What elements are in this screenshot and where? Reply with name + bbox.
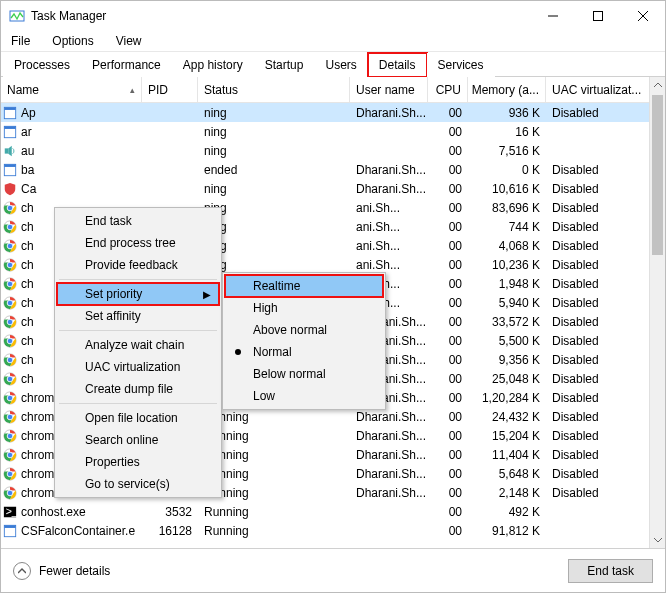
menu-options[interactable]: Options (48, 32, 97, 50)
priority-below-normal[interactable]: Below normal (225, 363, 383, 385)
process-memory: 5,500 K (468, 334, 546, 348)
svg-point-20 (7, 243, 13, 249)
process-name: ch (21, 201, 34, 215)
ctx-create-dump-file[interactable]: Create dump file (57, 378, 219, 400)
process-memory: 15,204 K (468, 429, 546, 443)
window-controls (530, 1, 665, 31)
table-row[interactable]: CSFalconContainer.e16128Running0091,812 … (1, 521, 649, 540)
ctx-uac-virtualization[interactable]: UAC virtualization (57, 356, 219, 378)
process-user: Dharani.Sh... (350, 448, 428, 462)
ctx-open-file-location[interactable]: Open file location (57, 407, 219, 429)
process-uac: Disabled (546, 201, 642, 215)
col-memory[interactable]: Memory (a... (468, 77, 546, 102)
ctx-set-affinity[interactable]: Set affinity (57, 305, 219, 327)
tab-services[interactable]: Services (427, 53, 495, 77)
svg-point-44 (7, 395, 13, 401)
svg-point-26 (7, 281, 13, 287)
col-cpu[interactable]: CPU (428, 77, 468, 102)
svg-text:>_: >_ (6, 505, 17, 517)
process-memory: 492 K (468, 505, 546, 519)
tab-app-history[interactable]: App history (172, 53, 254, 77)
process-cpu: 00 (428, 220, 468, 234)
scroll-thumb[interactable] (652, 95, 663, 255)
ctx-set-priority[interactable]: Set priority▶ (57, 283, 219, 305)
col-user[interactable]: User name (350, 77, 428, 102)
priority-normal[interactable]: Normal (225, 341, 383, 363)
submenu-arrow-icon: ▶ (203, 289, 211, 300)
process-cpu: 00 (428, 125, 468, 139)
process-icon (3, 410, 17, 424)
table-row[interactable]: arning0016 K (1, 122, 649, 141)
process-icon (3, 277, 17, 291)
tab-details[interactable]: Details (368, 53, 427, 77)
process-cpu: 00 (428, 334, 468, 348)
tab-performance[interactable]: Performance (81, 53, 172, 77)
ctx-analyze-wait-chain[interactable]: Analyze wait chain (57, 334, 219, 356)
process-memory: 9,356 K (468, 353, 546, 367)
menu-view[interactable]: View (112, 32, 146, 50)
table-row[interactable]: ApningDharani.Sh...00936 KDisabled (1, 103, 649, 122)
end-task-button[interactable]: End task (568, 559, 653, 583)
ctx-end-task[interactable]: End task (57, 210, 219, 232)
tab-processes[interactable]: Processes (3, 53, 81, 77)
fewer-details-toggle[interactable]: Fewer details (13, 562, 110, 580)
process-name: ch (21, 277, 34, 291)
process-status: Running (198, 524, 350, 538)
process-status: ended (198, 163, 350, 177)
table-row[interactable]: >_conhost.exe3532Running00492 K (1, 502, 649, 521)
svg-rect-8 (4, 126, 15, 129)
maximize-button[interactable] (575, 1, 620, 31)
tab-users[interactable]: Users (314, 53, 367, 77)
process-uac: Disabled (546, 467, 642, 481)
context-menu: End task End process tree Provide feedba… (54, 207, 222, 498)
ctx-provide-feedback[interactable]: Provide feedback (57, 254, 219, 276)
process-uac: Disabled (546, 429, 642, 443)
table-row[interactable]: CaningDharani.Sh...0010,616 KDisabled (1, 179, 649, 198)
process-cpu: 00 (428, 144, 468, 158)
process-memory: 10,236 K (468, 258, 546, 272)
process-name: conhost.exe (21, 505, 86, 519)
close-button[interactable] (620, 1, 665, 31)
col-name[interactable]: Name▴ (1, 77, 142, 102)
process-uac: Disabled (546, 163, 642, 177)
process-user: ani.Sh... (350, 220, 428, 234)
scroll-up-icon[interactable] (650, 77, 665, 93)
menu-file[interactable]: File (7, 32, 34, 50)
col-status[interactable]: Status (198, 77, 350, 102)
table-row[interactable]: baendedDharani.Sh...000 KDisabled (1, 160, 649, 179)
table-row[interactable]: auning007,516 K (1, 141, 649, 160)
svg-point-17 (7, 224, 13, 230)
process-status: ning (198, 182, 350, 196)
svg-rect-63 (4, 525, 15, 528)
priority-realtime[interactable]: Realtime (225, 275, 383, 297)
window-title: Task Manager (31, 9, 106, 23)
svg-point-50 (7, 433, 13, 439)
titlebar[interactable]: Task Manager (1, 1, 665, 31)
col-pid[interactable]: PID (142, 77, 198, 102)
process-memory: 5,648 K (468, 467, 546, 481)
ctx-properties[interactable]: Properties (57, 451, 219, 473)
ctx-end-process-tree[interactable]: End process tree (57, 232, 219, 254)
process-user: Dharani.Sh... (350, 163, 428, 177)
vertical-scrollbar[interactable] (649, 77, 665, 548)
col-uac[interactable]: UAC virtualizat... (546, 77, 642, 102)
ctx-search-online[interactable]: Search online (57, 429, 219, 451)
priority-above-normal[interactable]: Above normal (225, 319, 383, 341)
process-cpu: 00 (428, 277, 468, 291)
process-icon (3, 353, 17, 367)
svg-rect-2 (593, 12, 602, 21)
process-icon (3, 144, 17, 158)
priority-low[interactable]: Low (225, 385, 383, 407)
ctx-go-to-services[interactable]: Go to service(s) (57, 473, 219, 495)
process-icon (3, 486, 17, 500)
scroll-down-icon[interactable] (650, 532, 665, 548)
tab-startup[interactable]: Startup (254, 53, 315, 77)
process-icon (3, 429, 17, 443)
process-icon (3, 334, 17, 348)
process-status: ning (198, 125, 350, 139)
chevron-up-icon (13, 562, 31, 580)
svg-point-56 (7, 471, 13, 477)
process-memory: 1,948 K (468, 277, 546, 291)
minimize-button[interactable] (530, 1, 575, 31)
priority-high[interactable]: High (225, 297, 383, 319)
